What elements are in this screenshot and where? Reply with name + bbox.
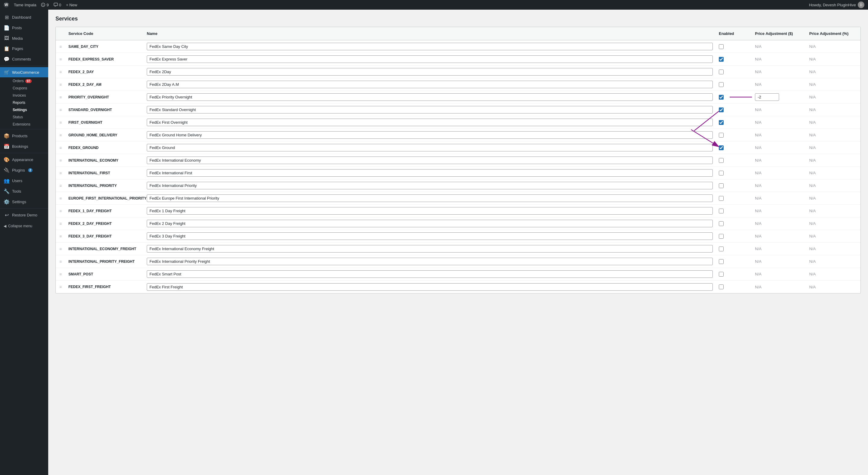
name-input[interactable] bbox=[147, 157, 713, 164]
price-dollar-cell: N/A bbox=[752, 181, 806, 190]
submenu-settings[interactable]: Settings bbox=[0, 106, 48, 113]
submenu-reports[interactable]: Reports bbox=[0, 99, 48, 106]
submenu-orders[interactable]: Orders 97 bbox=[0, 77, 48, 84]
enabled-checkbox[interactable] bbox=[719, 120, 724, 125]
sidebar-item-posts[interactable]: 📄 Posts bbox=[0, 23, 48, 33]
submenu-reports-label: Reports bbox=[13, 101, 25, 105]
sidebar-item-appearance[interactable]: 🎨 Appearance bbox=[0, 155, 48, 165]
drag-handle[interactable]: ≡ bbox=[56, 144, 65, 152]
updates-item[interactable]: ↻ 9 bbox=[41, 3, 49, 7]
name-input[interactable] bbox=[147, 207, 713, 215]
name-input[interactable] bbox=[147, 56, 713, 63]
main-content: Services Service Code Name Enabled Price… bbox=[48, 10, 868, 475]
submenu-extensions[interactable]: Extensions bbox=[0, 121, 48, 128]
name-input[interactable] bbox=[147, 144, 713, 151]
drag-handle[interactable]: ≡ bbox=[56, 118, 65, 127]
enabled-cell bbox=[716, 258, 752, 266]
name-input[interactable] bbox=[147, 169, 713, 177]
wp-logo[interactable]: W bbox=[4, 2, 9, 7]
drag-handle[interactable]: ≡ bbox=[56, 283, 65, 291]
name-input[interactable] bbox=[147, 195, 713, 202]
enabled-checkbox[interactable] bbox=[719, 234, 724, 239]
name-input[interactable] bbox=[147, 81, 713, 88]
drag-handle[interactable]: ≡ bbox=[56, 131, 65, 139]
enabled-checkbox[interactable] bbox=[719, 221, 724, 226]
enabled-checkbox[interactable] bbox=[719, 44, 724, 49]
drag-handle[interactable]: ≡ bbox=[56, 93, 65, 101]
price-percent-na: N/A bbox=[809, 145, 816, 150]
name-input[interactable] bbox=[147, 258, 713, 265]
name-input[interactable] bbox=[147, 182, 713, 189]
drag-handle[interactable]: ≡ bbox=[56, 169, 65, 177]
name-input[interactable] bbox=[147, 68, 713, 75]
sidebar-item-comments[interactable]: 💬 Comments bbox=[0, 54, 48, 64]
name-input[interactable] bbox=[147, 270, 713, 278]
price-dollar-input[interactable] bbox=[755, 93, 779, 101]
sidebar-item-bookings[interactable]: 📅 Bookings bbox=[0, 141, 48, 152]
th-name: Name bbox=[144, 30, 716, 38]
submenu-status[interactable]: Status bbox=[0, 113, 48, 121]
sidebar-item-users[interactable]: 👥 Users bbox=[0, 175, 48, 186]
drag-handle[interactable]: ≡ bbox=[56, 194, 65, 203]
sidebar-item-plugins[interactable]: 🔌 Plugins 2 bbox=[0, 165, 48, 175]
enabled-checkbox[interactable] bbox=[719, 196, 724, 201]
enabled-checkbox[interactable] bbox=[719, 209, 724, 213]
enabled-checkbox[interactable] bbox=[719, 133, 724, 138]
enabled-checkbox[interactable] bbox=[719, 57, 724, 62]
name-input[interactable] bbox=[147, 131, 713, 139]
price-dollar-na: N/A bbox=[755, 120, 762, 125]
drag-handle[interactable]: ≡ bbox=[56, 245, 65, 253]
enabled-checkbox[interactable] bbox=[719, 107, 724, 112]
name-input[interactable] bbox=[147, 93, 713, 101]
new-item[interactable]: + New bbox=[66, 3, 77, 7]
drag-handle[interactable]: ≡ bbox=[56, 68, 65, 76]
sidebar-item-pages[interactable]: 📋 Pages bbox=[0, 43, 48, 54]
site-name[interactable]: Tame Impala bbox=[14, 3, 36, 7]
name-input[interactable] bbox=[147, 106, 713, 113]
sidebar-label-comments: Comments bbox=[12, 57, 31, 61]
enabled-checkbox[interactable] bbox=[719, 183, 724, 188]
sidebar-item-products[interactable]: 📦 Products bbox=[0, 131, 48, 141]
drag-handle[interactable]: ≡ bbox=[56, 156, 65, 165]
drag-handle[interactable]: ≡ bbox=[56, 219, 65, 228]
enabled-checkbox[interactable] bbox=[719, 259, 724, 264]
enabled-checkbox[interactable] bbox=[719, 171, 724, 175]
price-percent-na: N/A bbox=[809, 70, 816, 74]
drag-handle[interactable]: ≡ bbox=[56, 258, 65, 266]
enabled-checkbox[interactable] bbox=[719, 284, 724, 289]
sidebar-item-media[interactable]: 🖼 Media bbox=[0, 33, 48, 43]
enabled-checkbox[interactable] bbox=[719, 246, 724, 251]
enabled-checkbox[interactable] bbox=[719, 272, 724, 277]
name-input[interactable] bbox=[147, 118, 713, 126]
submenu-coupons[interactable]: Coupons bbox=[0, 84, 48, 92]
enabled-checkbox[interactable] bbox=[719, 70, 724, 74]
sidebar-item-tools[interactable]: 🔧 Tools bbox=[0, 186, 48, 197]
drag-handle[interactable]: ≡ bbox=[56, 42, 65, 51]
collapse-menu-button[interactable]: ◀ Collapse menu bbox=[0, 220, 48, 232]
name-input[interactable] bbox=[147, 232, 713, 240]
enabled-checkbox[interactable] bbox=[719, 82, 724, 87]
drag-handle[interactable]: ≡ bbox=[56, 80, 65, 89]
name-input[interactable] bbox=[147, 245, 713, 252]
name-input[interactable] bbox=[147, 220, 713, 227]
price-dollar-na: N/A bbox=[755, 221, 762, 226]
sidebar-item-woocommerce[interactable]: 🛒 WooCommerce bbox=[0, 67, 48, 77]
name-input[interactable] bbox=[147, 43, 713, 50]
drag-handle[interactable]: ≡ bbox=[56, 55, 65, 64]
name-input[interactable] bbox=[147, 283, 713, 291]
drag-handle[interactable]: ≡ bbox=[56, 181, 65, 190]
submenu-invoices[interactable]: Invoices bbox=[0, 92, 48, 99]
plugins-badge: 2 bbox=[28, 168, 33, 172]
enabled-checkbox[interactable] bbox=[719, 158, 724, 163]
sidebar-item-dashboard[interactable]: ⊞ Dashboard bbox=[0, 12, 48, 23]
comments-item[interactable]: 0 bbox=[54, 3, 61, 7]
sidebar-item-settings[interactable]: ⚙️ Settings bbox=[0, 197, 48, 207]
enabled-cell bbox=[716, 207, 752, 215]
sidebar-item-restore-demo[interactable]: ↩ Restore Demo bbox=[0, 210, 48, 220]
enabled-checkbox[interactable] bbox=[719, 145, 724, 150]
drag-handle[interactable]: ≡ bbox=[56, 270, 65, 278]
drag-handle[interactable]: ≡ bbox=[56, 207, 65, 215]
drag-handle[interactable]: ≡ bbox=[56, 232, 65, 240]
drag-handle[interactable]: ≡ bbox=[56, 106, 65, 114]
enabled-checkbox[interactable] bbox=[719, 95, 724, 100]
